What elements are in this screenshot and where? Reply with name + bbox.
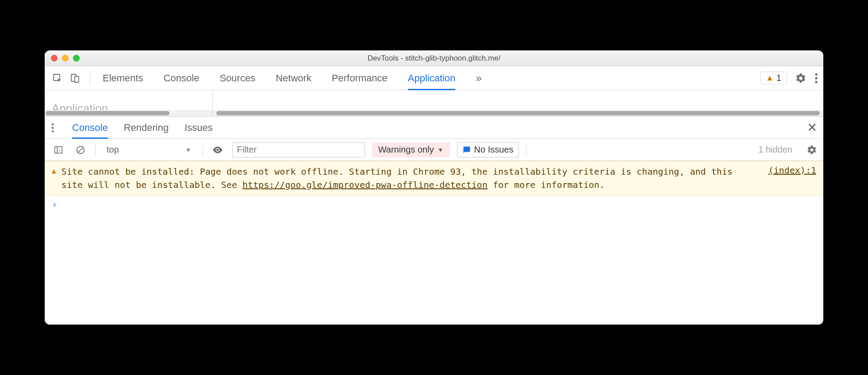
toolbar-separator bbox=[90, 71, 90, 85]
filter-input[interactable] bbox=[232, 142, 365, 157]
tab-elements[interactable]: Elements bbox=[103, 66, 143, 90]
svg-point-3 bbox=[815, 73, 817, 75]
issues-filter-label: No Issues bbox=[474, 145, 514, 155]
main-hscroll[interactable] bbox=[213, 110, 823, 116]
console-toolbar-separator bbox=[95, 143, 96, 157]
console-prompt[interactable]: › bbox=[45, 195, 823, 213]
console-warning-row[interactable]: ▲ Site cannot be installed: Page does no… bbox=[45, 161, 823, 195]
tab-application[interactable]: Application bbox=[408, 66, 456, 90]
svg-rect-2 bbox=[75, 77, 79, 82]
msg-part-2: for more information. bbox=[488, 180, 605, 190]
dropdown-icon: ▼ bbox=[438, 146, 444, 153]
msg-link[interactable]: https://goo.gle/improved-pwa-offline-det… bbox=[242, 180, 488, 190]
hidden-count[interactable]: 1 hidden bbox=[758, 145, 792, 155]
main-tabs: Elements Console Sources Network Perform… bbox=[103, 66, 757, 90]
svg-point-5 bbox=[815, 80, 817, 83]
message-source-link[interactable]: (index):1 bbox=[768, 165, 816, 176]
issues-chat-icon bbox=[463, 146, 471, 154]
console-message-text: Site cannot be installed: Page does not … bbox=[61, 165, 753, 191]
svg-point-7 bbox=[52, 126, 54, 129]
issues-counter[interactable]: ▲ 1 bbox=[760, 72, 787, 84]
svg-rect-9 bbox=[55, 146, 62, 153]
application-sidebar[interactable]: Application bbox=[45, 90, 213, 116]
live-expression-icon[interactable] bbox=[210, 142, 225, 157]
tab-console[interactable]: Console bbox=[164, 66, 200, 90]
warning-icon: ▲ bbox=[52, 165, 56, 175]
execution-context-selector[interactable]: top ▼ bbox=[103, 143, 196, 156]
drawer-tab-console[interactable]: Console bbox=[72, 117, 108, 138]
window-title: DevTools - stitch-glib-typhoon.glitch.me… bbox=[45, 54, 823, 63]
more-options-icon[interactable] bbox=[814, 73, 818, 84]
titlebar: DevTools - stitch-glib-typhoon.glitch.me… bbox=[45, 50, 823, 66]
zoom-window-button[interactable] bbox=[73, 55, 80, 61]
tab-sources[interactable]: Sources bbox=[219, 66, 255, 90]
dropdown-icon: ▼ bbox=[185, 146, 192, 153]
console-toolbar-separator bbox=[203, 143, 203, 157]
issues-filter-button[interactable]: No Issues bbox=[457, 142, 519, 157]
svg-line-12 bbox=[78, 147, 84, 153]
svg-point-4 bbox=[815, 77, 817, 79]
prompt-chevron-icon: › bbox=[52, 199, 57, 210]
drawer-tab-issues[interactable]: Issues bbox=[184, 117, 213, 138]
inspect-element-icon[interactable] bbox=[50, 71, 65, 86]
level-label: Warnings only bbox=[378, 145, 434, 155]
main-hscroll-thumb[interactable] bbox=[216, 111, 820, 115]
console-toolbar-separator bbox=[526, 143, 526, 157]
console-settings-icon[interactable] bbox=[807, 145, 817, 155]
drawer-tab-rendering[interactable]: Rendering bbox=[124, 117, 169, 138]
sidebar-hscroll[interactable] bbox=[45, 110, 212, 116]
devtools-window: DevTools - stitch-glib-typhoon.glitch.me… bbox=[45, 50, 823, 325]
device-toolbar-icon[interactable] bbox=[68, 71, 83, 86]
tab-network[interactable]: Network bbox=[276, 66, 311, 90]
more-tabs-icon[interactable]: » bbox=[476, 72, 481, 84]
svg-point-6 bbox=[52, 123, 54, 125]
traffic-lights bbox=[51, 55, 80, 61]
main-toolbar: Elements Console Sources Network Perform… bbox=[45, 66, 823, 90]
application-main[interactable] bbox=[213, 90, 823, 116]
log-level-selector[interactable]: Warnings only ▼ bbox=[372, 142, 450, 157]
close-window-button[interactable] bbox=[51, 55, 58, 61]
minimize-window-button[interactable] bbox=[62, 55, 69, 61]
clear-console-icon[interactable] bbox=[73, 142, 88, 157]
console-output: ▲ Site cannot be installed: Page does no… bbox=[45, 161, 823, 325]
toolbar-right: ▲ 1 bbox=[760, 72, 818, 84]
issues-count: 1 bbox=[776, 73, 781, 83]
warning-icon: ▲ bbox=[766, 73, 774, 83]
settings-icon[interactable] bbox=[795, 73, 807, 84]
drawer-more-icon[interactable] bbox=[51, 122, 54, 133]
console-toolbar: top ▼ Warnings only ▼ No Issues 1 hidden bbox=[45, 139, 823, 161]
context-label: top bbox=[107, 145, 119, 155]
svg-point-8 bbox=[52, 130, 54, 132]
tab-performance[interactable]: Performance bbox=[332, 66, 388, 90]
sidebar-hscroll-thumb[interactable] bbox=[46, 111, 169, 115]
drawer-tabs: Console Rendering Issues ✕ bbox=[45, 117, 823, 139]
drawer-close-icon[interactable]: ✕ bbox=[807, 120, 817, 135]
panel-split: Application bbox=[45, 90, 823, 117]
sidebar-toggle-icon[interactable] bbox=[51, 142, 66, 157]
